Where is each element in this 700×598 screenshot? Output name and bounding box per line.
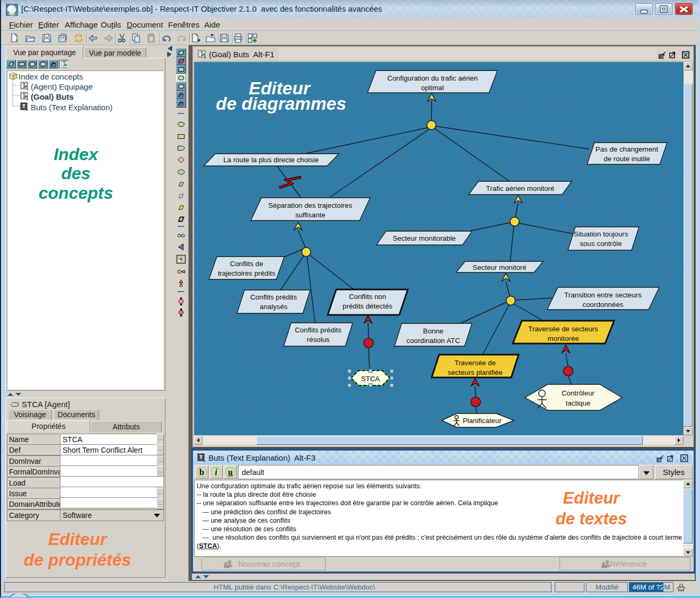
svg-text:trajectoires prédits: trajectoires prédits xyxy=(218,269,276,277)
svg-text:Secteur monitoré: Secteur monitoré xyxy=(472,263,526,271)
svg-text:La route la plus directe chois: La route la plus directe choisie xyxy=(223,156,319,164)
svg-text:tactique: tactique xyxy=(566,399,591,407)
svg-text:analysés: analysés xyxy=(260,303,288,311)
svg-text:prédits détectés: prédits détectés xyxy=(343,302,392,310)
svg-text:Planificateur: Planificateur xyxy=(462,417,502,425)
svg-text:Bonne: Bonne xyxy=(423,327,443,335)
svg-text:Configuration du trafic aérien: Configuration du trafic aérien xyxy=(387,74,478,82)
svg-text:Séparation des trajectoires: Séparation des trajectoires xyxy=(268,201,353,209)
svg-text:Conflits de: Conflits de xyxy=(230,260,264,268)
svg-text:Trafic aérien monitoré: Trafic aérien monitoré xyxy=(486,184,555,192)
svg-text:monitorée: monitorée xyxy=(547,335,579,342)
svg-text:secteurs planifiée: secteurs planifiée xyxy=(448,368,502,376)
svg-text:Traversée de: Traversée de xyxy=(454,359,496,367)
svg-text:de diagrammes: de diagrammes xyxy=(216,94,346,113)
svg-text:Traversée de secteurs: Traversée de secteurs xyxy=(528,325,598,333)
svg-text:coordination ATC: coordination ATC xyxy=(406,337,460,345)
svg-text:suffisante: suffisante xyxy=(295,211,326,219)
svg-text:Secteur monitorable: Secteur monitorable xyxy=(393,234,456,242)
svg-text:Conflits prédits: Conflits prédits xyxy=(295,326,342,334)
svg-text:Transition entre secteurs: Transition entre secteurs xyxy=(564,291,642,299)
svg-text:Conflits prédits: Conflits prédits xyxy=(250,293,297,301)
svg-text:optimal: optimal xyxy=(421,84,444,92)
svg-text:STCA: STCA xyxy=(361,375,380,383)
svg-text:résolus: résolus xyxy=(307,336,330,344)
svg-text:coordonnées: coordonnées xyxy=(583,301,624,309)
svg-text:Pas de changement: Pas de changement xyxy=(596,145,659,153)
svg-text:Conflits non: Conflits non xyxy=(349,293,386,301)
svg-text:sous contrôle: sous contrôle xyxy=(580,240,622,248)
svg-text:Situation toujours: Situation toujours xyxy=(574,230,628,238)
svg-text:de route inutile: de route inutile xyxy=(603,155,650,163)
svg-text:Contrôleur: Contrôleur xyxy=(562,389,595,397)
